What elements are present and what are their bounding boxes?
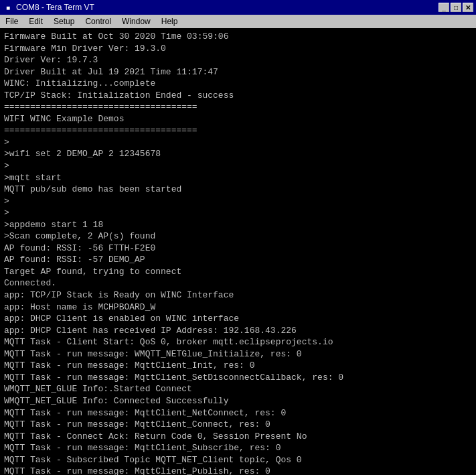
terminal-line: Target AP found, trying to connect xyxy=(4,266,472,278)
terminal-line: Driver Built at Jul 19 2021 Time 11:17:4… xyxy=(4,66,472,78)
terminal-line: app: DHCP Client has received IP Address… xyxy=(4,325,472,337)
title-bar-icon: ■ xyxy=(3,2,13,13)
terminal-line: Connected. xyxy=(4,277,472,289)
minimize-button[interactable]: _ xyxy=(439,3,449,12)
terminal-line: ===================================== xyxy=(4,101,472,113)
terminal-line: MQTT Task - run message: MqttClient_Subs… xyxy=(4,442,472,454)
menu-file[interactable]: File xyxy=(0,15,23,28)
terminal-line: WMQTT_NET_GLUE Info:.Started Connect xyxy=(4,383,472,395)
terminal-line: >Scan complete, 2 AP(s) found xyxy=(4,230,472,243)
terminal-line: MQTT Task - run message: MqttClient_Conn… xyxy=(4,419,472,431)
menu-window[interactable]: Window xyxy=(116,15,156,28)
terminal-line: MQTT Task - Connect Ack: Return Code 0, … xyxy=(4,431,472,443)
terminal-line: app: DHCP Client is enabled on WINC inte… xyxy=(4,313,472,325)
close-button[interactable]: ✕ xyxy=(463,3,473,12)
terminal-line: MQTT Task - run message: WMQTT_NETGlue_I… xyxy=(4,348,472,360)
title-bar: ■ COM8 - Tera Term VT _ □ ✕ xyxy=(0,0,476,15)
terminal-line: MQTT Task - run message: MqttClient_Publ… xyxy=(4,466,472,475)
terminal-line: ===================================== xyxy=(4,125,472,137)
terminal-line: MQTT Task - Client Start: QoS 0, broker … xyxy=(4,336,472,348)
terminal-line: > xyxy=(4,160,472,172)
terminal-line: > xyxy=(4,137,472,149)
menu-control[interactable]: Control xyxy=(80,15,116,28)
terminal-line: WIFI WINC Example Demos xyxy=(4,113,472,125)
terminal-line: >appdemo start 1 18 xyxy=(4,219,472,231)
terminal-line: > xyxy=(4,207,472,219)
terminal-line: MQTT Task - Subscribed Topic MQTT_NET_Cl… xyxy=(4,454,472,466)
terminal-line: WINC: Initializing...complete xyxy=(4,78,472,90)
menu-setup[interactable]: Setup xyxy=(48,15,80,28)
terminal-line: Driver Ver: 19.7.3 xyxy=(4,54,472,66)
maximize-button[interactable]: □ xyxy=(451,3,461,12)
terminal-line: MQTT Task - run message: MqttClient_NetC… xyxy=(4,407,472,419)
terminal-line: >wifi set 2 DEMO_AP 2 12345678 xyxy=(4,148,472,160)
terminal-line: app: TCP/IP Stack is Ready on WINC Inter… xyxy=(4,289,472,301)
terminal-line: Firmware Built at Oct 30 2020 Time 03:59… xyxy=(4,31,472,43)
terminal-line: AP found: RSSI: -57 DEMO_AP xyxy=(4,254,472,266)
terminal-line: AP found: RSSI: -56 FTTH-F2E0 xyxy=(4,243,472,255)
title-bar-title: COM8 - Tera Term VT xyxy=(16,3,439,12)
terminal-line: app: Host name is MCHPBOARD_W xyxy=(4,301,472,314)
menu-bar: File Edit Setup Control Window Help xyxy=(0,15,476,28)
terminal-line: >mqtt start xyxy=(4,172,472,184)
terminal-line: MQTT Task - run message: MqttClient_SetD… xyxy=(4,372,472,384)
menu-edit[interactable]: Edit xyxy=(23,15,48,28)
title-bar-buttons: _ □ ✕ xyxy=(439,3,473,12)
terminal-line: > xyxy=(4,196,472,208)
terminal-line: MQTT Task - run message: MqttClient_Init… xyxy=(4,360,472,372)
menu-help[interactable]: Help xyxy=(156,15,183,28)
terminal[interactable]: Firmware Built at Oct 30 2020 Time 03:59… xyxy=(0,28,476,475)
terminal-line: Firmware Min Driver Ver: 19.3.0 xyxy=(4,43,472,55)
terminal-line: MQTT pub/sub demo has been started xyxy=(4,184,472,196)
terminal-line: TCP/IP Stack: Initialization Ended - suc… xyxy=(4,90,472,102)
terminal-line: WMQTT_NET_GLUE Info: Connected Successfu… xyxy=(4,395,472,407)
